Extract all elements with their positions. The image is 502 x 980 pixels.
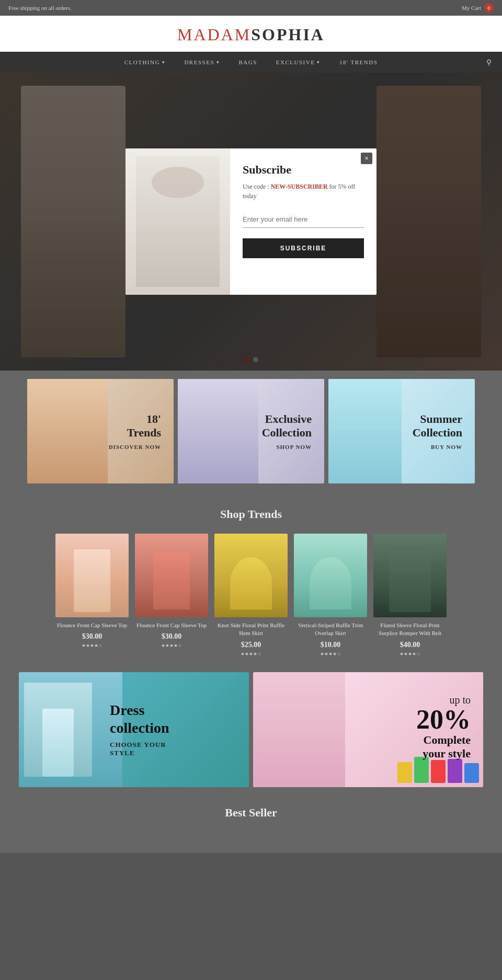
- modal-subtitle-pre: Use code :: [243, 183, 271, 190]
- banner-sub-dress: CHOOSE YOURSTYLE: [110, 741, 169, 757]
- collection-cta-exclusive: SHOP NOW: [262, 444, 312, 450]
- product-card-3[interactable]: Knot Side Floral Print Ruffle Hem Skirt …: [214, 534, 288, 656]
- search-icon[interactable]: ⚲: [486, 58, 492, 67]
- nav: CLOTHING DRESSES BAGS EXCLUSIVE 18' TREN…: [0, 52, 502, 73]
- shipping-text: Free shipping on all orders.: [8, 5, 72, 11]
- modal-subtitle: Use code : NEW-SUBSCRIBER for 5% off tod…: [243, 182, 364, 201]
- product-stars-5: ★★★★☆: [373, 651, 447, 656]
- product-image-2: [135, 534, 208, 617]
- nav-item-exclusive[interactable]: EXCLUSIVE: [267, 52, 330, 73]
- close-button[interactable]: ×: [361, 153, 372, 164]
- collection-cta-trends: DISCOVER NOW: [109, 444, 161, 450]
- modal-image: [126, 148, 230, 295]
- cart-count: 0: [484, 3, 494, 13]
- modal-figure: [136, 156, 220, 287]
- product-stars-1: ★★★★☆: [55, 643, 129, 648]
- product-stars-3: ★★★★☆: [214, 651, 288, 656]
- hero-section: Subscribe Use code : NEW-SUBSCRIBER for …: [0, 73, 502, 371]
- banner-style[interactable]: up to 20% Completeyour style: [253, 672, 483, 787]
- email-input[interactable]: [243, 211, 364, 228]
- collection-card-exclusive[interactable]: ExclusiveCollection SHOP NOW: [178, 379, 324, 483]
- collections-section: 18'Trends DISCOVER NOW ExclusiveCollecti…: [0, 371, 502, 492]
- banner-dress[interactable]: Dresscollection CHOOSE YOURSTYLE: [19, 672, 249, 787]
- banner-text-dress: Dresscollection CHOOSE YOURSTYLE: [110, 701, 169, 757]
- product-price-3: $25.00: [214, 641, 288, 649]
- modal-overlay: Subscribe Use code : NEW-SUBSCRIBER for …: [0, 73, 502, 371]
- collection-card-summer[interactable]: SummerCollection BUY NOW: [328, 379, 475, 483]
- product-price-1: $30.00: [55, 632, 129, 641]
- shop-trends-section: Shop Trends Flounce Front Cap Sleeve Top…: [0, 492, 502, 672]
- product-name-3: Knot Side Floral Print Ruffle Hem Skirt: [214, 621, 288, 638]
- nav-item-trends[interactable]: 18' TRENDS: [330, 52, 387, 73]
- logo[interactable]: MADAMSOPHIA: [0, 25, 502, 44]
- collection-title-trends: 18'Trends: [109, 412, 161, 440]
- product-stars-2: ★★★★☆: [135, 643, 208, 648]
- best-seller-section: Best Seller: [0, 795, 502, 853]
- product-price-4: $10.00: [294, 641, 367, 649]
- product-price-2: $30.00: [135, 632, 208, 641]
- collection-text-exclusive: ExclusiveCollection SHOP NOW: [262, 412, 312, 451]
- banner-title-dress: Dresscollection: [110, 701, 169, 736]
- cart-label: My Cart: [462, 5, 481, 11]
- banner-percent: 20%: [416, 706, 471, 733]
- best-seller-title: Best Seller: [19, 806, 483, 820]
- logo-sophia: SOPHIA: [251, 25, 325, 44]
- nav-item-dresses[interactable]: DRESSES: [175, 52, 229, 73]
- logo-bar: MADAMSOPHIA: [0, 16, 502, 52]
- collection-text-trends: 18'Trends DISCOVER NOW: [109, 412, 161, 451]
- banner-text-style: up to 20% Completeyour style: [416, 694, 471, 765]
- banners-section: Dresscollection CHOOSE YOURSTYLE up to 2…: [0, 672, 502, 795]
- collection-title-exclusive: ExclusiveCollection: [262, 412, 312, 440]
- modal-title: Subscribe: [243, 163, 364, 177]
- collection-title-summer: SummerCollection: [413, 412, 462, 440]
- product-card-2[interactable]: Flounce Front Cap Sleeve Top $30.00 ★★★★…: [135, 534, 208, 656]
- nav-item-bags[interactable]: BAGS: [230, 52, 267, 73]
- product-name-5: Fluted Sleeve Floral Print Surplice Romp…: [373, 621, 447, 638]
- modal-code: NEW-SUBSCRIBER: [271, 183, 328, 190]
- shop-trends-title: Shop Trends: [19, 508, 483, 521]
- collection-cta-summer: BUY NOW: [413, 444, 462, 450]
- collection-card-trends[interactable]: 18'Trends DISCOVER NOW: [27, 379, 174, 483]
- product-image-4: [294, 534, 367, 617]
- banner-title-style: Completeyour style: [416, 733, 471, 761]
- nav-items: CLOTHING DRESSES BAGS EXCLUSIVE 18' TREN…: [115, 52, 387, 73]
- product-image-5: [373, 534, 447, 617]
- product-name-2: Flounce Front Cap Sleeve Top: [135, 621, 208, 629]
- product-image-3: [214, 534, 288, 617]
- products-grid: Flounce Front Cap Sleeve Top $30.00 ★★★★…: [19, 534, 483, 656]
- collection-text-summer: SummerCollection BUY NOW: [413, 412, 462, 451]
- nav-item-clothing[interactable]: CLOTHING: [115, 52, 175, 73]
- modal-content: Subscribe Use code : NEW-SUBSCRIBER for …: [230, 148, 376, 295]
- product-image-1: [55, 534, 129, 617]
- product-name-4: Vertical-Striped Ruffle Trim Overlap Ski…: [294, 621, 367, 638]
- subscribe-modal: Subscribe Use code : NEW-SUBSCRIBER for …: [126, 148, 376, 295]
- product-card-4[interactable]: Vertical-Striped Ruffle Trim Overlap Ski…: [294, 534, 367, 656]
- cart-area[interactable]: My Cart 0: [462, 3, 494, 13]
- top-bar: Free shipping on all orders. My Cart 0: [0, 0, 502, 16]
- product-price-5: $40.00: [373, 641, 447, 649]
- product-name-1: Flounce Front Cap Sleeve Top: [55, 621, 129, 629]
- logo-madam: MADAM: [177, 25, 251, 44]
- product-stars-4: ★★★★☆: [294, 651, 367, 656]
- subscribe-button[interactable]: SUBSCRIBE: [243, 238, 364, 258]
- product-card-5[interactable]: Fluted Sleeve Floral Print Surplice Romp…: [373, 534, 447, 656]
- product-card-1[interactable]: Flounce Front Cap Sleeve Top $30.00 ★★★★…: [55, 534, 129, 656]
